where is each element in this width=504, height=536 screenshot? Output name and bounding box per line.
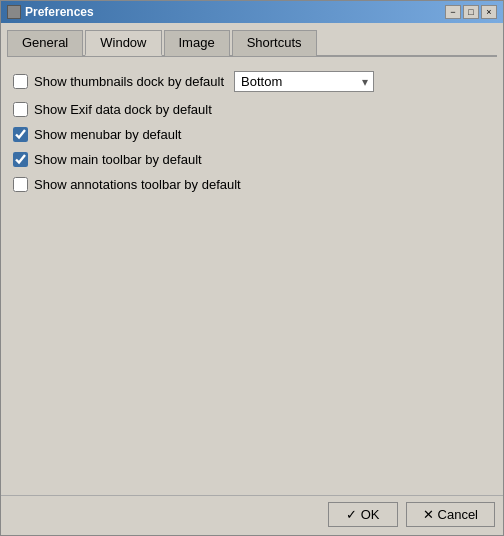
button-bar: ✓ OK ✕ Cancel xyxy=(1,495,503,535)
close-button[interactable]: × xyxy=(481,5,497,19)
thumbnails-label: Show thumbnails dock by default xyxy=(34,74,224,89)
main-toolbar-checkbox-wrapper[interactable]: Show main toolbar by default xyxy=(13,152,202,167)
position-select-wrapper: Bottom Top Left Right xyxy=(234,71,374,92)
content-area: General Window Image Shortcuts Show thum… xyxy=(1,23,503,495)
minimize-button[interactable]: − xyxy=(445,5,461,19)
annotations-checkbox-wrapper[interactable]: Show annotations toolbar by default xyxy=(13,177,241,192)
menubar-checkbox[interactable] xyxy=(13,127,28,142)
exif-checkbox-wrapper[interactable]: Show Exif data dock by default xyxy=(13,102,212,117)
app-icon xyxy=(7,5,21,19)
ok-button[interactable]: ✓ OK xyxy=(328,502,398,527)
main-toolbar-row: Show main toolbar by default xyxy=(13,152,491,167)
annotations-row: Show annotations toolbar by default xyxy=(13,177,491,192)
exif-checkbox[interactable] xyxy=(13,102,28,117)
thumbnails-checkbox-wrapper[interactable]: Show thumbnails dock by default xyxy=(13,74,224,89)
annotations-label: Show annotations toolbar by default xyxy=(34,177,241,192)
tab-window[interactable]: Window xyxy=(85,30,161,56)
exif-row: Show Exif data dock by default xyxy=(13,102,491,117)
exif-label: Show Exif data dock by default xyxy=(34,102,212,117)
tab-shortcuts[interactable]: Shortcuts xyxy=(232,30,317,56)
tab-image[interactable]: Image xyxy=(164,30,230,56)
menubar-row: Show menubar by default xyxy=(13,127,491,142)
maximize-button[interactable]: □ xyxy=(463,5,479,19)
window-panel: Show thumbnails dock by default Bottom T… xyxy=(7,67,497,282)
thumbnails-checkbox[interactable] xyxy=(13,74,28,89)
cancel-button[interactable]: ✕ Cancel xyxy=(406,502,495,527)
title-bar: Preferences − □ × xyxy=(1,1,503,23)
title-bar-left: Preferences xyxy=(7,5,94,19)
thumbnails-row: Show thumbnails dock by default Bottom T… xyxy=(13,71,491,92)
annotations-checkbox[interactable] xyxy=(13,177,28,192)
position-select[interactable]: Bottom Top Left Right xyxy=(234,71,374,92)
window-title: Preferences xyxy=(25,5,94,19)
menubar-label: Show menubar by default xyxy=(34,127,181,142)
cancel-icon: ✕ xyxy=(423,507,434,522)
preferences-window: Preferences − □ × General Window Image S… xyxy=(0,0,504,536)
tab-bar: General Window Image Shortcuts xyxy=(7,29,497,57)
ok-icon: ✓ xyxy=(346,507,357,522)
cancel-label: Cancel xyxy=(438,507,478,522)
menubar-checkbox-wrapper[interactable]: Show menubar by default xyxy=(13,127,181,142)
window-controls: − □ × xyxy=(445,5,497,19)
main-toolbar-label: Show main toolbar by default xyxy=(34,152,202,167)
main-toolbar-checkbox[interactable] xyxy=(13,152,28,167)
tab-general[interactable]: General xyxy=(7,30,83,56)
ok-label: OK xyxy=(361,507,380,522)
